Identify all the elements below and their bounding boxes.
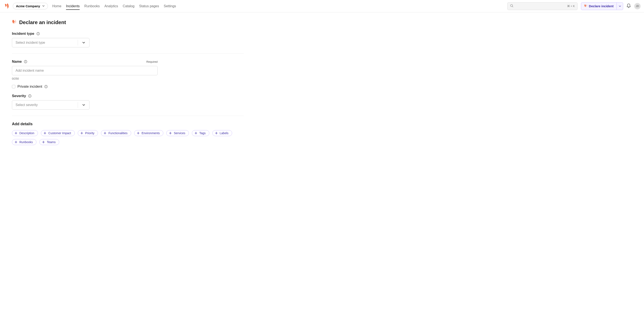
svg-point-9 xyxy=(46,86,46,86)
app-logo[interactable] xyxy=(4,3,10,10)
topbar: Acme Company Home Incidents Runbooks Ana… xyxy=(0,0,644,12)
plus-icon xyxy=(42,141,45,143)
plus-icon xyxy=(15,132,17,134)
plus-icon xyxy=(80,132,83,134)
declare-incident-button-group: Declare incident xyxy=(581,2,623,10)
avatar-initials: JD xyxy=(636,5,639,8)
severity-field: Severity Select severity xyxy=(12,94,244,110)
nav-settings[interactable]: Settings xyxy=(164,1,176,12)
divider xyxy=(12,53,244,54)
incident-type-label: Incident type xyxy=(12,32,34,36)
severity-placeholder: Select severity xyxy=(16,103,38,107)
plus-icon xyxy=(137,132,140,134)
chip-tags[interactable]: Tags xyxy=(192,130,209,136)
name-field: Name Required 0/250 Private incident xyxy=(12,60,244,89)
info-icon[interactable] xyxy=(36,32,40,35)
search-shortcut: ⌘ + K xyxy=(567,5,575,8)
notifications-button[interactable] xyxy=(626,4,631,9)
page-title: Declare an incident xyxy=(12,19,244,26)
search-input[interactable]: ⌘ + K xyxy=(507,2,578,10)
severity-label: Severity xyxy=(12,94,26,98)
fire-icon xyxy=(12,19,16,26)
name-input[interactable] xyxy=(12,66,158,75)
chevron-down-icon xyxy=(619,5,621,8)
declare-incident-label: Declare incident xyxy=(589,4,614,8)
plus-icon xyxy=(104,132,106,134)
chevron-down-icon xyxy=(78,40,89,45)
org-switcher[interactable]: Acme Company xyxy=(13,3,48,9)
nav-incidents[interactable]: Incidents xyxy=(66,1,80,12)
plus-icon xyxy=(44,132,46,134)
fire-icon xyxy=(584,4,587,8)
chip-description[interactable]: Description xyxy=(12,130,38,136)
nav-runbooks[interactable]: Runbooks xyxy=(84,1,100,12)
info-icon[interactable] xyxy=(24,60,27,63)
org-name: Acme Company xyxy=(16,4,40,8)
chip-labels[interactable]: Labels xyxy=(212,130,232,136)
chip-environments[interactable]: Environments xyxy=(134,130,164,136)
info-icon[interactable] xyxy=(44,85,48,88)
severity-select[interactable]: Select severity xyxy=(12,100,90,110)
plus-icon xyxy=(169,132,172,134)
nav-analytics[interactable]: Analytics xyxy=(104,1,118,12)
add-details-title: Add details xyxy=(12,122,244,126)
details-chip-row: Description Customer Impact Priority Fun… xyxy=(12,130,246,145)
name-char-count: 0/250 xyxy=(12,77,244,80)
declare-incident-button[interactable]: Declare incident xyxy=(581,3,616,10)
svg-point-6 xyxy=(26,61,26,61)
chip-runbooks[interactable]: Runbooks xyxy=(12,139,36,145)
chevron-down-icon xyxy=(78,102,89,107)
main-content: Declare an incident Incident type Select… xyxy=(0,12,256,152)
nav-catalog[interactable]: Catalog xyxy=(123,1,134,12)
plus-icon xyxy=(195,132,197,134)
top-nav: Home Incidents Runbooks Analytics Catalo… xyxy=(52,1,176,12)
topbar-right: ⌘ + K Declare incident JD xyxy=(507,2,640,10)
chip-teams[interactable]: Teams xyxy=(40,139,59,145)
chip-functionalities[interactable]: Functionalities xyxy=(101,130,131,136)
private-incident-label: Private incident xyxy=(18,84,42,89)
incident-type-placeholder: Select incident type xyxy=(16,41,45,45)
divider xyxy=(12,116,244,116)
nav-status-pages[interactable]: Status pages xyxy=(139,1,159,12)
chevron-down-icon xyxy=(42,4,45,8)
plus-icon xyxy=(215,132,218,134)
plus-icon xyxy=(15,141,17,143)
nav-home[interactable]: Home xyxy=(52,1,61,12)
declare-incident-dropdown[interactable] xyxy=(616,3,623,10)
private-incident-checkbox[interactable] xyxy=(12,85,15,88)
incident-type-field: Incident type Select incident type xyxy=(12,32,244,47)
chip-customer-impact[interactable]: Customer Impact xyxy=(41,130,75,136)
svg-point-3 xyxy=(38,33,38,33)
chip-priority[interactable]: Priority xyxy=(78,130,98,136)
svg-line-1 xyxy=(512,7,513,7)
svg-point-12 xyxy=(30,95,30,96)
avatar[interactable]: JD xyxy=(634,3,640,9)
private-incident-row: Private incident xyxy=(12,84,244,89)
info-icon[interactable] xyxy=(28,94,32,98)
required-badge: Required xyxy=(146,60,158,63)
incident-type-select[interactable]: Select incident type xyxy=(12,38,90,47)
search-icon xyxy=(510,4,514,8)
chip-services[interactable]: Services xyxy=(166,130,189,136)
page-title-text: Declare an incident xyxy=(19,20,66,25)
name-label: Name xyxy=(12,60,22,64)
